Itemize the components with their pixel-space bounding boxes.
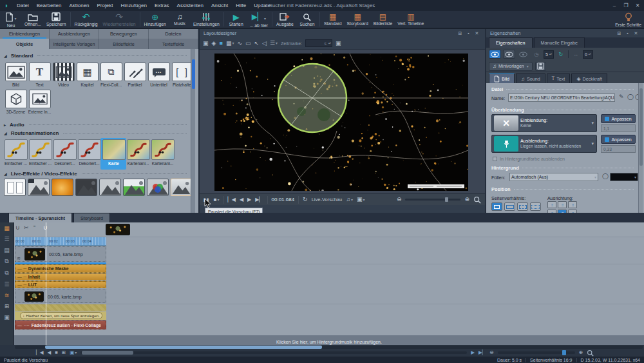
play-end-icon[interactable]: ▶▏ [478, 350, 486, 355]
track-lut[interactable]: —····LUT [15, 281, 106, 288]
quote-marker-icon[interactable]: ” [33, 225, 35, 231]
tab-deckkraft[interactable]: ◈Deckkraft [571, 74, 607, 83]
menu-assistenten[interactable]: Assistenten [173, 0, 207, 11]
lines-icon[interactable]: ☰ [4, 281, 9, 288]
overview-thumbnail[interactable] [106, 224, 130, 235]
align-top-right-button[interactable]: ⠿ [568, 201, 577, 208]
einblendung-dropdown[interactable]: ✕ Einblendung:Keine ▾ [491, 114, 597, 132]
magnifier-icon[interactable] [473, 196, 481, 204]
zoom-out-icon[interactable]: ⊖ [397, 197, 402, 202]
object-tile-flexi-collage[interactable]: ⧉Flexi-Coll... [99, 63, 123, 87]
float-icon[interactable]: ⊞ [615, 31, 623, 36]
output-button[interactable]: Ausgabe [274, 11, 296, 28]
maximize-icon[interactable]: ❐ [621, 3, 631, 8]
object-tile-text[interactable]: TText [28, 63, 52, 87]
tab-sound[interactable]: ♫Sound [516, 74, 545, 83]
hintergrundfarbe-checkbox[interactable]: In Hintergrundfarbe ausblenden [493, 156, 565, 162]
section-audio[interactable]: Audio [4, 122, 187, 128]
object-tile-partikel[interactable]: Partikel [123, 63, 147, 87]
circle-option-icon[interactable]: ◯ [627, 94, 634, 100]
route-tile-kartenani-2[interactable]: Kartenani... [151, 139, 175, 166]
tab-dateien[interactable]: Dateien [149, 29, 198, 39]
effect-tile-rgb[interactable] [147, 179, 169, 196]
close-icon[interactable]: ✕ [632, 31, 640, 36]
effect-tile-dark[interactable] [75, 179, 97, 196]
split-view-icon[interactable]: ⊞ [62, 350, 66, 355]
tab-bild[interactable]: Bild [489, 74, 515, 83]
timeline-ruler[interactable]: 00:00 00:01 00:02 00:03 00:04 [15, 237, 106, 246]
tab-manuelle-eingabe[interactable]: Manuelle Eingabe [534, 37, 585, 48]
object-tile-3d-szene[interactable]: 3D-Szene [4, 90, 28, 114]
aspect-crop-button[interactable] [517, 202, 528, 211]
route-tile-kartenani-1[interactable]: Kartenani... [126, 139, 150, 166]
layout-vertical-timeline-button[interactable]: ▥Vert. Timeline [395, 11, 426, 28]
eye-disabled-icon[interactable] [517, 50, 529, 59]
layout-storyboard-button[interactable]: ▦Storyboard [345, 11, 371, 28]
skip-start-icon[interactable]: ▏◀ [36, 350, 44, 355]
aspect-stretch-button[interactable] [504, 202, 515, 211]
effect-tile-normal[interactable] [171, 179, 193, 196]
zoom-out-icon[interactable]: ⊖ [490, 350, 494, 355]
route-tile-dekoriert-1[interactable]: Dekoriert... [53, 139, 77, 166]
prev-icon[interactable]: ◀ [48, 350, 52, 355]
track-fadenkreuz-collage[interactable]: —····Fadenkreuz außen - Flexi-Collage [15, 320, 106, 329]
zoom-in-icon[interactable]: ⊕ [579, 350, 583, 355]
layout-standard-button[interactable]: ▦Standard [321, 11, 345, 28]
add-button[interactable]: ⊕Hinzufügen [142, 11, 169, 28]
search-button[interactable]: Suchen [296, 11, 318, 28]
refresh-icon[interactable]: ↻ [556, 50, 566, 59]
effect-tile-orange[interactable] [52, 179, 73, 196]
snap-icon[interactable]: ◈ [212, 41, 216, 46]
einblendung-anpassen-button[interactable]: Anpassen [601, 114, 636, 123]
designer-canvas[interactable] [200, 50, 485, 193]
clip-karte-2[interactable]: 00:05, karte.bmp [15, 289, 106, 303]
menu-update[interactable]: Update [250, 0, 274, 11]
menu-hilfe[interactable]: Hilfe [232, 0, 250, 11]
zeitmarke-input[interactable]: s▴▾ [305, 39, 332, 47]
layers-icon[interactable]: ☰ [270, 41, 278, 46]
range-icon[interactable]: ▣ [70, 350, 77, 355]
display-mode-icon[interactable]: ▣ [357, 197, 365, 202]
duration-input[interactable]: 5▴▾ [544, 50, 554, 59]
menu-ansicht[interactable]: Ansicht [207, 0, 232, 11]
section-live-effekte[interactable]: Live-Effekte / Video-Effekte [4, 171, 187, 177]
tab-einblendungen[interactable]: Einblendungen [0, 29, 50, 39]
settings-button[interactable]: Einstellungen [191, 11, 222, 28]
step-back-icon[interactable]: ◀ [240, 197, 243, 202]
music-button[interactable]: ♫Musik [169, 11, 191, 28]
tab-texteffekte[interactable]: Texteffekte [149, 39, 198, 49]
first-steps-button[interactable]: Erste Schritte [612, 11, 644, 28]
track-inhalt[interactable]: —····Inhalt [15, 273, 106, 280]
pen-icon[interactable]: ✎ [619, 94, 624, 100]
zoom-in-icon[interactable]: ⊕ [464, 197, 469, 202]
expand-icon[interactable]: ⊞ [5, 303, 10, 309]
preview-zoom-slider[interactable] [405, 199, 460, 201]
route-tile-dekoriert-2[interactable]: Dekoriert... [77, 139, 101, 166]
object-tile-bild[interactable]: Bild [4, 63, 28, 87]
zoom-thumb[interactable] [562, 350, 566, 355]
rectangle-icon[interactable]: ▭ [245, 41, 251, 46]
tab-bewegungen[interactable]: Bewegungen [99, 29, 149, 39]
track-grid-icon[interactable]: ▦ [4, 225, 10, 231]
menu-hinzufuegen[interactable]: Hinzufügen [117, 0, 150, 11]
step-forward-icon[interactable]: ▶ [247, 197, 251, 202]
aspect-keep-button[interactable] [491, 202, 502, 211]
background-color-icon[interactable]: ■ [219, 41, 222, 46]
object-tile-kapitel[interactable]: ▦Kapitel [75, 63, 99, 87]
tab-intelligente-vorlagen[interactable]: Intelligente Vorlagen [50, 39, 99, 49]
route-tile-einfacher-1[interactable]: Einfacher ... [4, 139, 28, 166]
skip-end-icon[interactable]: ▶▏ [255, 197, 263, 202]
aspect-fill-button[interactable] [530, 202, 541, 211]
stop-icon[interactable]: ■ [55, 350, 58, 355]
effect-tile-grayscale[interactable] [28, 179, 50, 196]
tab-ausblendungen[interactable]: Ausblendungen [50, 29, 99, 39]
tab-bildeffekte[interactable]: Bildeffekte [99, 39, 149, 49]
align-top-left-button[interactable]: ⠿ [547, 201, 556, 208]
close-icon[interactable]: ✕ [632, 3, 643, 8]
ausblendung-anpassen-button[interactable]: Anpassen [601, 135, 636, 144]
cursor-mode-icon[interactable]: ↖ [254, 41, 259, 46]
background-color-swatch[interactable] [610, 173, 638, 181]
magnifier-icon[interactable] [587, 349, 594, 357]
properties-scrollbar[interactable] [638, 83, 643, 213]
tab-timeline-spuransicht[interactable]: Timeline - Spuransicht [8, 213, 72, 222]
